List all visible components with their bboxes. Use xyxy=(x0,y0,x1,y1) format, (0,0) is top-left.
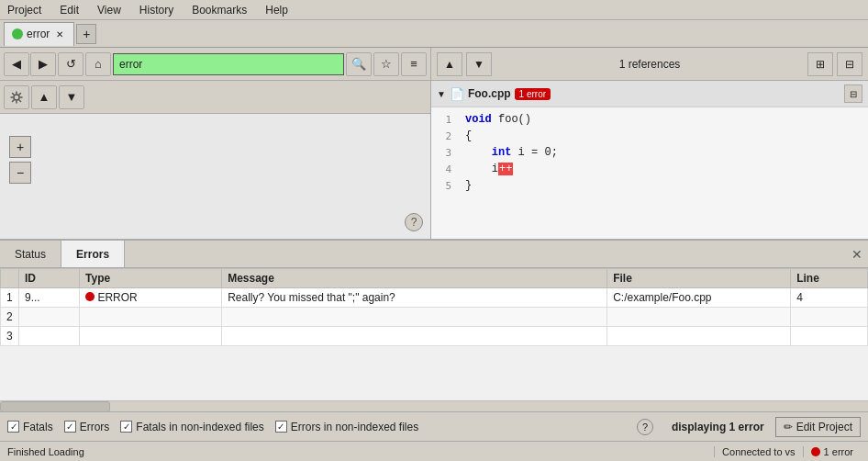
filter-fatals-nonindexed[interactable]: ✓ Fatals in non-indexed files xyxy=(120,421,263,433)
error-table-wrapper[interactable]: ID Type Message File Line 1 9... ERROR R… xyxy=(0,268,868,400)
reload-button[interactable]: ↺ xyxy=(58,52,83,76)
ref-nav-down-button[interactable]: ▼ xyxy=(466,52,492,76)
error-dot-icon xyxy=(85,292,95,301)
menu-history[interactable]: History xyxy=(136,2,177,18)
search-input[interactable] xyxy=(113,53,344,75)
col-header-type[interactable]: Type xyxy=(80,269,222,288)
edit-project-label: Edit Project xyxy=(796,421,852,433)
row-message-1: Really? You missed that ";" again? xyxy=(222,288,607,308)
status-error-label: 1 error xyxy=(824,446,853,457)
zoom-in-button[interactable]: + xyxy=(9,136,31,158)
tab-close-button[interactable]: ✕ xyxy=(53,28,66,40)
code-line-1: 1 void foo() xyxy=(431,111,868,128)
zoom-controls: + − xyxy=(9,136,31,184)
horizontal-scrollbar[interactable] xyxy=(0,400,868,411)
line-num-1: 1 xyxy=(431,114,459,126)
row-file-2 xyxy=(607,308,791,327)
split-view-button[interactable]: ⊞ xyxy=(807,52,833,76)
table-row[interactable]: 1 9... ERROR Really? You missed that ";"… xyxy=(1,288,868,308)
filter-errors[interactable]: ✓ Errors xyxy=(64,421,110,433)
status-connected: Connected to vs xyxy=(714,446,803,457)
menubar: Project Edit View History Bookmarks Help xyxy=(0,0,868,20)
line-code-3: int i = 0; xyxy=(465,146,558,159)
find-button[interactable]: 🔍 xyxy=(346,52,372,76)
fatals-checkbox[interactable]: ✓ xyxy=(7,421,19,433)
row-id-3 xyxy=(19,327,80,346)
line-num-2: 2 xyxy=(431,130,459,142)
connected-label: Connected to vs xyxy=(722,446,796,457)
filter-help-icon[interactable]: ? xyxy=(637,419,653,435)
code-expand-button[interactable]: ⊟ xyxy=(844,84,862,103)
back-button[interactable]: ◀ xyxy=(4,52,29,76)
display-count-label: displaying 1 error xyxy=(672,421,764,433)
tab-errors[interactable]: Errors xyxy=(61,241,125,267)
menu-project[interactable]: Project xyxy=(4,2,45,18)
forward-button[interactable]: ▶ xyxy=(30,52,56,76)
file-expand-button[interactable]: ▼ xyxy=(437,89,446,99)
svg-point-0 xyxy=(14,95,19,100)
edit-project-icon: ✏ xyxy=(784,421,793,433)
edit-project-button[interactable]: ✏ Edit Project xyxy=(775,417,861,437)
col-header-message[interactable]: Message xyxy=(222,269,607,288)
search-input-wrapper xyxy=(113,53,344,75)
fatals-label: Fatals xyxy=(23,421,53,433)
errors-nonindexed-checkbox[interactable]: ✓ xyxy=(275,421,287,433)
download-button[interactable]: ▼ xyxy=(59,85,84,109)
row-type-3 xyxy=(80,327,222,346)
menu-edit[interactable]: Edit xyxy=(56,2,83,18)
table-header-row: ID Type Message File Line xyxy=(1,269,868,288)
row-type-label-1: ERROR xyxy=(97,291,137,304)
status-text: Finished Loading xyxy=(7,446,714,457)
help-icon[interactable]: ? xyxy=(405,213,423,231)
filter-errors-nonindexed[interactable]: ✓ Errors in non-indexed files xyxy=(275,421,418,433)
code-line-3: 3 int i = 0; xyxy=(431,144,868,161)
home-button[interactable]: ⌂ xyxy=(85,52,111,76)
col-header-line[interactable]: Line xyxy=(791,269,868,288)
col-header-file[interactable]: File xyxy=(607,269,791,288)
row-message-3 xyxy=(222,327,607,346)
filter-bar: ✓ Fatals ✓ Errors ✓ Fatals in non-indexe… xyxy=(0,411,868,441)
settings-button[interactable] xyxy=(4,85,29,109)
code-line-5: 5 } xyxy=(431,177,868,194)
upload-button[interactable]: ▲ xyxy=(31,85,57,109)
left-panel: ◀ ▶ ↺ ⌂ 🔍 ☆ ≡ ▲ ▼ + − ? xyxy=(0,48,431,239)
errors-checkbox[interactable]: ✓ xyxy=(64,421,76,433)
row-num-1: 1 xyxy=(1,288,19,308)
row-id-2 xyxy=(19,308,80,327)
menu-bookmarks[interactable]: Bookmarks xyxy=(188,2,250,18)
expand-view-button[interactable]: ⊟ xyxy=(837,52,862,76)
row-type-2 xyxy=(80,308,222,327)
new-tab-button[interactable]: + xyxy=(76,24,96,44)
file-name: Foo.cpp xyxy=(468,87,511,100)
menu-view[interactable]: View xyxy=(94,2,125,18)
filter-fatals[interactable]: ✓ Fatals xyxy=(7,421,53,433)
tab-status[interactable]: Status xyxy=(0,241,61,267)
table-row: 3 xyxy=(1,327,868,346)
active-tab[interactable]: error ✕ xyxy=(4,22,74,46)
table-row: 2 xyxy=(1,308,868,327)
status-bar: Finished Loading Connected to vs 1 error xyxy=(0,441,868,461)
file-error-badge: 1 error xyxy=(515,88,551,100)
fatals-nonindexed-label: Fatals in non-indexed files xyxy=(136,421,263,433)
nav-arrows: ◀ ▶ xyxy=(4,52,56,76)
search-toolbar: ◀ ▶ ↺ ⌂ 🔍 ☆ ≡ xyxy=(0,48,430,81)
line-code-2: { xyxy=(465,129,472,142)
col-header-id[interactable]: ID xyxy=(19,269,80,288)
bottom-panel: Status Errors ✕ ID Type Message File Lin… xyxy=(0,239,868,441)
row-file-3 xyxy=(607,327,791,346)
bookmark-button[interactable]: ☆ xyxy=(373,52,399,76)
code-line-4: 4 i++ xyxy=(431,161,868,177)
fatals-nonindexed-checkbox[interactable]: ✓ xyxy=(120,421,132,433)
zoom-out-button[interactable]: − xyxy=(9,162,31,184)
code-area: ▼ 📄 Foo.cpp 1 error ⊟ 1 void foo() 2 { xyxy=(431,81,868,239)
search-results-area: + − ? xyxy=(0,114,430,239)
ref-nav-up-button[interactable]: ▲ xyxy=(437,52,462,76)
panel-tabs-row: Status Errors ✕ xyxy=(0,241,868,268)
more-button[interactable]: ≡ xyxy=(401,52,427,76)
row-message-2 xyxy=(222,308,607,327)
line-code-1: void foo() xyxy=(465,113,531,126)
menu-help[interactable]: Help xyxy=(262,2,292,18)
panel-close-button[interactable]: ✕ xyxy=(846,243,868,265)
row-num-2: 2 xyxy=(1,308,19,327)
ref-count-label: 1 references xyxy=(495,58,804,71)
